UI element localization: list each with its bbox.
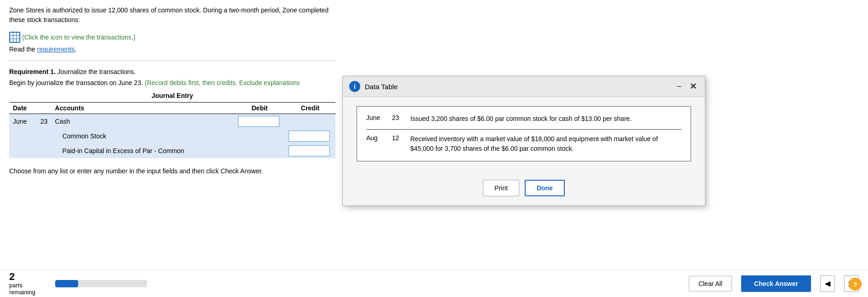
journal-table: Date Accounts Debit Credit June 23 Cash bbox=[9, 102, 335, 158]
row3-month bbox=[9, 143, 37, 158]
row2-month: Aug bbox=[366, 134, 385, 142]
row1-debit-cell bbox=[234, 114, 285, 129]
row1-day: 23 bbox=[392, 114, 403, 121]
data-table-content: June 23 Issued 3,200 shares of $6.00 par… bbox=[357, 106, 691, 161]
progress-bar-container bbox=[55, 280, 147, 287]
row1-debit-input[interactable] bbox=[238, 116, 279, 127]
instruction-green: (Record debits first, then credits. Excl… bbox=[145, 79, 300, 86]
intro-text: Zone Stores is authorized to issue 12,00… bbox=[9, 6, 335, 25]
row1-month: June bbox=[366, 114, 385, 121]
table-row: June 23 Cash bbox=[9, 114, 335, 129]
parts-label: parts remaining bbox=[9, 282, 46, 296]
prev-button[interactable]: ◀ bbox=[820, 275, 835, 292]
clear-all-button[interactable]: Clear All bbox=[689, 276, 732, 291]
bottom-bar: 2 parts remaining Clear All Check Answer… bbox=[0, 269, 868, 297]
minimize-button[interactable]: − bbox=[675, 82, 683, 91]
journal-title: Journal Entry bbox=[9, 92, 335, 99]
grid-icon bbox=[9, 32, 20, 43]
col-debit: Debit bbox=[234, 103, 285, 114]
col-credit: Credit bbox=[285, 103, 335, 114]
row3-debit-cell bbox=[234, 143, 285, 158]
row2-day bbox=[37, 129, 51, 143]
row1-month: June bbox=[9, 114, 37, 129]
instruction-text: Begin by journalize the transaction on J… bbox=[9, 79, 335, 86]
read-requirements-line: Read the requirements. bbox=[9, 46, 335, 53]
intro-text-content: Zone Stores is authorized to issue 12,00… bbox=[9, 6, 329, 23]
parts-remaining: 2 parts remaining bbox=[9, 272, 46, 296]
table-row: Common Stock bbox=[9, 129, 335, 143]
print-button[interactable]: Print bbox=[483, 180, 519, 196]
col-day bbox=[37, 103, 51, 114]
modal-title: Data Table bbox=[365, 83, 670, 91]
modal-footer: Print Done bbox=[343, 180, 705, 206]
parts-number: 2 bbox=[9, 272, 46, 282]
modal-body: June 23 Issued 3,200 shares of $6.00 par… bbox=[343, 97, 705, 180]
row2-month bbox=[9, 129, 37, 143]
data-row-2: Aug 12 Received inventory with a market … bbox=[366, 134, 681, 154]
view-transactions-link[interactable]: (Click the icon to view the transactions… bbox=[9, 32, 136, 43]
divider bbox=[9, 60, 335, 61]
col-date: Date bbox=[9, 103, 37, 114]
row1-desc: Issued 3,200 shares of $6.00 par common … bbox=[410, 114, 681, 124]
row3-credit-cell bbox=[285, 143, 335, 158]
choose-text: Choose from any list or enter any number… bbox=[9, 167, 335, 175]
row3-day bbox=[37, 143, 51, 158]
row2-credit-cell bbox=[285, 129, 335, 143]
table-row: Paid-in Capital in Excess of Par - Commo… bbox=[9, 143, 335, 158]
close-button[interactable]: ✕ bbox=[688, 81, 698, 91]
journal-section: Journal Entry Date Accounts Debit Credit… bbox=[9, 92, 335, 158]
col-accounts: Accounts bbox=[51, 103, 234, 114]
modal-header: i Data Table − ✕ bbox=[343, 76, 705, 97]
data-table-modal: i Data Table − ✕ June 23 Issued 3,200 sh… bbox=[342, 76, 705, 206]
row1-credit-cell bbox=[285, 114, 335, 129]
row2-account: Common Stock bbox=[51, 129, 234, 143]
help-icon[interactable]: ? bbox=[849, 278, 862, 291]
progress-bar-fill bbox=[55, 280, 78, 287]
info-icon: i bbox=[349, 81, 360, 92]
requirements-link[interactable]: requirements bbox=[37, 46, 75, 53]
row1-account: Cash bbox=[51, 114, 234, 129]
row2-debit-cell bbox=[234, 129, 285, 143]
row2-day: 12 bbox=[392, 134, 403, 142]
view-transactions-label: (Click the icon to view the transactions… bbox=[22, 33, 136, 42]
row3-account: Paid-in Capital in Excess of Par - Commo… bbox=[51, 143, 234, 158]
row3-credit-input[interactable] bbox=[289, 145, 330, 156]
row1-day: 23 bbox=[37, 114, 51, 129]
row2-desc: Received inventory with a market value o… bbox=[410, 134, 681, 154]
data-row-1: June 23 Issued 3,200 shares of $6.00 par… bbox=[366, 114, 681, 124]
done-button[interactable]: Done bbox=[525, 180, 565, 196]
row2-credit-input[interactable] bbox=[289, 131, 330, 142]
check-answer-button[interactable]: Check Answer bbox=[741, 275, 811, 292]
data-divider bbox=[366, 129, 681, 130]
requirement-heading: Requirement 1. Journalize the transactio… bbox=[9, 68, 335, 75]
modal-controls: − ✕ bbox=[675, 81, 698, 91]
